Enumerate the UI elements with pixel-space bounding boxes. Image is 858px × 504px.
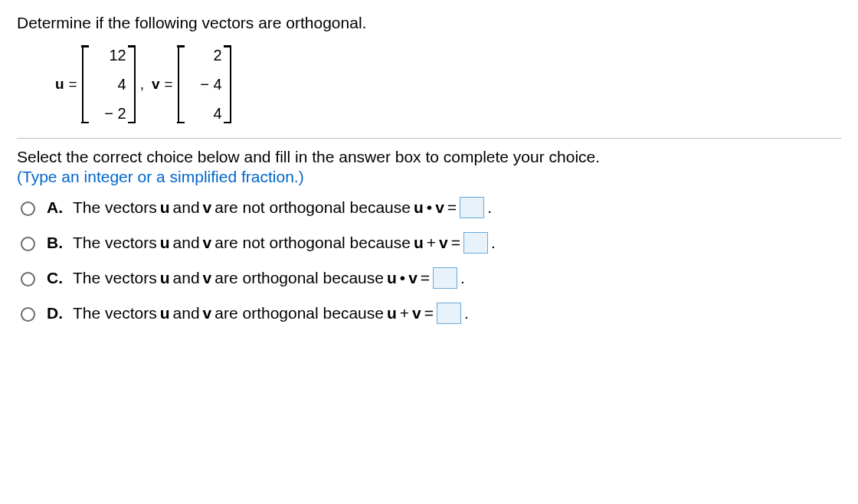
choice-letter: B. [47,234,64,252]
u-bold: u [160,234,170,252]
comma: , [140,76,144,93]
text: are not orthogonal because [215,234,411,252]
expr-u: u [387,269,397,287]
eq: = [421,269,430,287]
divider [17,138,841,139]
eq-symbol: = [69,76,77,93]
text: The vectors [73,234,157,252]
op: • [400,269,405,287]
choice-a[interactable]: A. The vectors u and v are not orthogona… [17,197,841,218]
text: are not orthogonal because [215,198,411,217]
text: . [487,198,492,217]
answer-input-a[interactable] [460,197,484,218]
expr-v: v [408,269,418,287]
expr-u: u [414,234,424,252]
op: • [427,198,432,217]
text: . [460,269,465,287]
u-vector: 12 4 − 2 [82,46,136,123]
text: are orthogonal because [215,304,384,322]
choices-group: A. The vectors u and v are not orthogona… [17,197,841,324]
u-bold: u [160,269,170,287]
choice-letter: A. [47,198,64,217]
u-bold: u [160,304,170,322]
radio-a[interactable] [21,201,35,216]
v-entry: 4 [187,106,222,121]
instruction-text: Select the correct choice below and fill… [17,148,841,166]
radio-d[interactable] [21,307,35,322]
hint-text: (Type an integer or a simplified fractio… [17,168,841,186]
v-entry: − 4 [187,77,222,92]
v-bold: v [203,234,212,252]
choice-text: The vectors u and v are orthogonal becau… [73,267,465,289]
choice-letter: D. [47,304,64,322]
v-label: v [152,76,160,93]
vectors-display: u = 12 4 − 2 , v = 2 − 4 4 [55,46,841,123]
expr-v: v [435,198,444,217]
u-bold: u [160,198,170,217]
answer-input-b[interactable] [463,232,488,254]
text: and [173,198,200,217]
eq: = [451,234,460,252]
u-entry: − 2 [91,106,126,121]
v-entry: 2 [187,47,222,63]
choice-text: The vectors u and v are not orthogonal b… [73,232,496,254]
v-vector: 2 − 4 4 [178,46,231,123]
u-entry: 12 [91,47,126,63]
eq: = [447,198,457,217]
choice-c[interactable]: C. The vectors u and v are orthogonal be… [17,267,841,289]
choice-text: The vectors u and v are orthogonal becau… [73,303,469,324]
text: and [173,234,200,252]
v-bold: v [203,198,212,217]
text: . [491,234,496,252]
expr-u: u [414,198,424,217]
expr-v: v [439,234,448,252]
text: The vectors [73,304,157,322]
expr-u: u [387,304,397,322]
op: + [427,234,436,252]
choice-letter: C. [47,269,64,287]
expr-v: v [412,304,421,322]
answer-input-d[interactable] [437,303,461,324]
text: are orthogonal because [215,269,384,287]
radio-b[interactable] [21,237,35,251]
text: . [464,304,469,322]
text: The vectors [73,269,157,287]
eq: = [424,304,434,322]
v-bold: v [203,269,212,287]
text: The vectors [73,198,157,217]
u-label: u [55,76,64,93]
choice-b[interactable]: B. The vectors u and v are not orthogona… [17,232,841,254]
text: and [173,304,200,322]
op: + [400,304,409,322]
question-text: Determine if the following vectors are o… [17,14,841,32]
v-bold: v [203,304,212,322]
radio-c[interactable] [21,272,35,286]
choice-d[interactable]: D. The vectors u and v are orthogonal be… [17,303,841,324]
u-entry: 4 [91,77,126,92]
answer-input-c[interactable] [433,267,457,289]
choice-text: The vectors u and v are not orthogonal b… [73,197,492,218]
eq-symbol: = [165,76,173,93]
text: and [173,269,200,287]
